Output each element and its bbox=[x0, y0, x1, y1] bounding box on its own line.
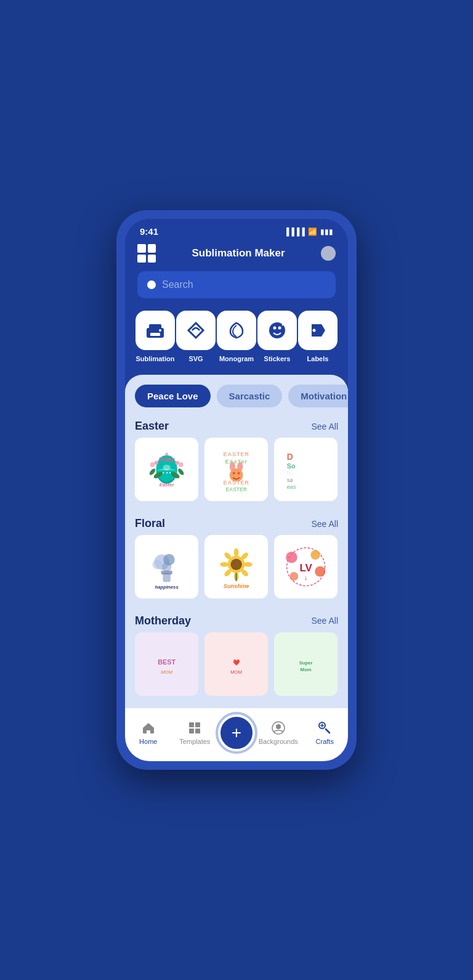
sublimation-label: Sublimation bbox=[136, 355, 175, 362]
app-header: Sublimation Maker bbox=[125, 239, 348, 271]
svg-rect-37 bbox=[284, 472, 303, 477]
status-icons: ▐▐▐▐ 📶 ▮▮▮ bbox=[284, 227, 333, 236]
svg-point-12 bbox=[163, 465, 170, 470]
nav-templates[interactable]: Templates bbox=[172, 721, 219, 745]
phone-screen: 9:41 ▐▐▐▐ 📶 ▮▮▮ Sublimation Maker Search bbox=[125, 219, 348, 761]
svg-point-29 bbox=[237, 472, 240, 475]
svg-rect-43 bbox=[161, 571, 172, 574]
motherday-section-header: Motherday See All bbox=[125, 608, 348, 632]
svg-point-46 bbox=[230, 558, 242, 570]
stickers-icon bbox=[257, 311, 297, 350]
crafts-label: Crafts bbox=[316, 738, 334, 745]
easter-card-2-content: EASTER EAsTer EASTER EASTER bbox=[204, 438, 268, 501]
floral-card-1-content: happiness bbox=[135, 535, 198, 598]
svg-point-74 bbox=[276, 724, 281, 729]
floral-cards-row: happiness bbox=[125, 535, 348, 608]
svg-point-7 bbox=[313, 329, 316, 332]
svg-text:✦ ✦ ✦: ✦ ✦ ✦ bbox=[162, 472, 172, 475]
signal-icon: ▐▐▐▐ bbox=[284, 227, 305, 236]
filter-tab-motivation[interactable]: Motivation bbox=[288, 385, 348, 407]
svg-point-59 bbox=[310, 550, 320, 559]
svg-point-40 bbox=[152, 560, 161, 569]
easter-card-1[interactable]: ✦ ✦ ✦ Happy Easter bbox=[135, 438, 198, 501]
svg-rect-2 bbox=[150, 333, 160, 336]
svg-text:Mom: Mom bbox=[300, 667, 311, 672]
home-icon bbox=[141, 721, 156, 735]
nav-backgrounds[interactable]: Backgrounds bbox=[255, 721, 302, 745]
svg-point-21 bbox=[175, 461, 179, 465]
svg-point-28 bbox=[233, 472, 235, 475]
sublimation-icon bbox=[135, 311, 175, 350]
easter-card-3-content: D So bu sa eas bbox=[274, 438, 338, 501]
svg-point-61 bbox=[289, 572, 298, 581]
categories-row: Sublimation SVG Monogram bbox=[125, 308, 348, 375]
motherday-card-1[interactable]: BEST MOM bbox=[135, 632, 198, 696]
toggle-button[interactable] bbox=[321, 246, 336, 261]
svg-point-20 bbox=[154, 461, 158, 465]
easter-see-all[interactable]: See All bbox=[311, 422, 338, 431]
floral-card-3[interactable]: LV ↓ bbox=[274, 535, 338, 598]
battery-icon: ▮▮▮ bbox=[320, 227, 333, 236]
search-icon bbox=[147, 280, 156, 289]
easter-card-2[interactable]: EASTER EAsTer EASTER EASTER bbox=[204, 438, 268, 501]
grid-menu-icon[interactable] bbox=[137, 244, 156, 263]
category-monogram[interactable]: Monogram bbox=[217, 311, 256, 362]
filter-tab-sarcastic[interactable]: Sarcastic bbox=[217, 385, 283, 407]
labels-icon bbox=[298, 311, 338, 350]
svg-text:LV: LV bbox=[299, 562, 312, 574]
search-input[interactable]: Search bbox=[137, 271, 336, 298]
stickers-label: Stickers bbox=[264, 355, 291, 362]
motherday-card-3[interactable]: Super Mom bbox=[274, 632, 338, 696]
motherday-card-2[interactable]: ❤️ MOM bbox=[204, 632, 268, 696]
category-sublimation[interactable]: Sublimation bbox=[135, 311, 175, 362]
nav-home[interactable]: Home bbox=[125, 721, 172, 745]
filter-tab-peace-love[interactable]: Peace Love bbox=[135, 385, 211, 407]
svg-text:EASTER: EASTER bbox=[225, 486, 246, 492]
svg-text:EAsTer: EAsTer bbox=[225, 459, 247, 465]
svg-text:EASTER: EASTER bbox=[223, 480, 249, 486]
floral-card-2[interactable]: Sunshine bbox=[204, 535, 268, 598]
svg-rect-73 bbox=[195, 729, 200, 733]
svg-point-3 bbox=[159, 329, 161, 332]
floral-card-3-content: LV ↓ bbox=[274, 535, 338, 598]
add-button[interactable]: + bbox=[218, 714, 255, 751]
templates-label: Templates bbox=[179, 738, 210, 745]
svg-text:Happy: Happy bbox=[158, 456, 175, 462]
svg-rect-1 bbox=[149, 324, 161, 329]
category-svg[interactable]: SVG bbox=[176, 311, 216, 362]
svg-point-58 bbox=[286, 552, 297, 563]
filter-tabs-row: Peace Love Sarcastic Motivation bbox=[125, 375, 348, 414]
svg-rect-72 bbox=[189, 729, 194, 733]
app-title: Sublimation Maker bbox=[192, 247, 285, 259]
floral-card-1[interactable]: happiness bbox=[135, 535, 198, 598]
easter-card-3[interactable]: D So bu sa eas bbox=[274, 438, 338, 501]
svg-label: SVG bbox=[188, 355, 203, 362]
svg-text:BEST: BEST bbox=[158, 658, 176, 665]
svg-point-6 bbox=[278, 327, 281, 330]
floral-title: Floral bbox=[135, 517, 165, 530]
svg-rect-71 bbox=[195, 722, 200, 727]
svg-text:Sunshine: Sunshine bbox=[224, 582, 249, 589]
labels-label: Labels bbox=[307, 355, 329, 362]
svg-point-60 bbox=[315, 566, 325, 577]
phone-frame: 9:41 ▐▐▐▐ 📶 ▮▮▮ Sublimation Maker Search bbox=[116, 210, 357, 770]
motherday-see-all[interactable]: See All bbox=[311, 616, 338, 626]
svg-text:❤️: ❤️ bbox=[232, 658, 240, 666]
svg-point-22 bbox=[165, 453, 168, 456]
svg-text:sa: sa bbox=[286, 477, 293, 483]
category-stickers[interactable]: Stickers bbox=[257, 311, 297, 362]
floral-see-all[interactable]: See All bbox=[311, 519, 338, 529]
svg-point-53 bbox=[220, 562, 228, 567]
svg-point-5 bbox=[273, 327, 277, 330]
category-labels[interactable]: Labels bbox=[298, 311, 338, 362]
status-time: 9:41 bbox=[140, 226, 158, 237]
nav-crafts[interactable]: Crafts bbox=[302, 721, 349, 745]
easter-card-1-content: ✦ ✦ ✦ Happy Easter bbox=[135, 438, 198, 501]
svg-text:EASTER: EASTER bbox=[223, 451, 249, 457]
easter-cards-row: ✦ ✦ ✦ Happy Easter bbox=[125, 438, 348, 511]
svg-text:↓: ↓ bbox=[304, 574, 307, 581]
monogram-icon bbox=[217, 311, 256, 350]
status-bar: 9:41 ▐▐▐▐ 📶 ▮▮▮ bbox=[125, 219, 348, 239]
svg-point-8 bbox=[150, 462, 155, 467]
svg-text:MOM: MOM bbox=[230, 669, 242, 675]
